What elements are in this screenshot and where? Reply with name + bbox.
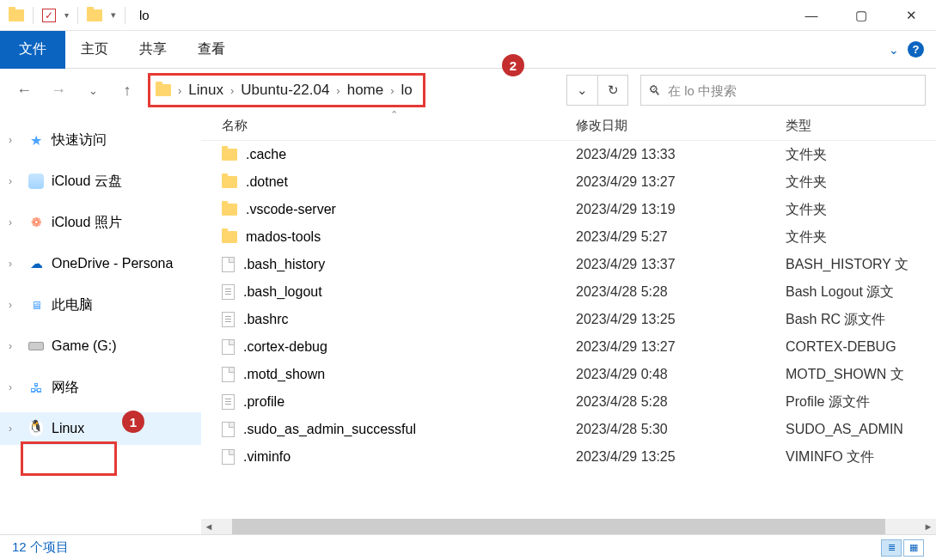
- tree-label: Linux: [52, 421, 84, 436]
- column-type[interactable]: 类型: [786, 118, 936, 134]
- item-count: 12 个项目: [12, 539, 69, 556]
- expand-icon[interactable]: ›: [9, 381, 21, 393]
- file-folder-icon: [222, 149, 237, 161]
- file-folder-icon: [222, 204, 237, 216]
- search-input[interactable]: [668, 83, 918, 98]
- tree-network[interactable]: › 🖧 网络: [0, 371, 201, 404]
- file-row[interactable]: .dotnet2023/4/29 13:27文件夹: [201, 168, 936, 196]
- close-button[interactable]: ✕: [886, 0, 936, 31]
- file-row[interactable]: .sudo_as_admin_successful2023/4/28 5:30S…: [201, 416, 936, 443]
- expand-icon[interactable]: ›: [9, 258, 21, 270]
- back-button[interactable]: ←: [10, 76, 38, 105]
- expand-icon[interactable]: ›: [9, 340, 21, 352]
- breadcrumb-folder-icon[interactable]: [156, 84, 171, 96]
- expand-icon[interactable]: ›: [9, 216, 21, 228]
- breadcrumb-item[interactable]: home: [342, 82, 389, 99]
- expand-icon[interactable]: ›: [9, 423, 21, 435]
- expand-icon[interactable]: ›: [9, 299, 21, 311]
- file-txt-icon: [222, 394, 235, 410]
- ribbon-file-tab[interactable]: 文件: [0, 31, 65, 69]
- file-date: 2023/4/28 5:28: [576, 394, 786, 410]
- tree-label: 快速访问: [52, 131, 107, 149]
- recent-dropdown[interactable]: ⌄: [79, 76, 107, 105]
- file-row[interactable]: .bash_logout2023/4/28 5:28Bash Logout 源文: [201, 278, 936, 306]
- file-date: 2023/4/29 5:27: [576, 229, 786, 245]
- divider: [77, 7, 78, 24]
- ribbon-home-tab[interactable]: 主页: [65, 31, 124, 69]
- quick-access-icon: ★: [28, 132, 45, 148]
- breadcrumb-item[interactable]: Ubuntu-22.04: [236, 82, 334, 99]
- breadcrumb-sep-icon[interactable]: ›: [229, 84, 236, 97]
- file-row[interactable]: .bash_history2023/4/29 13:37BASH_HISTORY…: [201, 251, 936, 278]
- breadcrumb-sep-icon[interactable]: ›: [176, 84, 183, 97]
- app-folder-icon: [9, 9, 24, 21]
- file-file-icon: [222, 339, 235, 355]
- tree-this-pc[interactable]: › 🖥 此电脑: [0, 289, 201, 321]
- icloud-drive-icon: [28, 173, 44, 189]
- breadcrumb-sep-icon[interactable]: ›: [334, 84, 341, 97]
- qat-properties-icon[interactable]: ✓: [42, 9, 56, 22]
- ribbon: 文件 主页 共享 查看 ⌄ ?: [0, 31, 936, 69]
- annotation-badge-2: 2: [502, 54, 524, 76]
- file-row[interactable]: .viminfo2023/4/29 13:25VIMINFO 文件: [201, 443, 936, 471]
- file-row[interactable]: .cortex-debug2023/4/29 13:27CORTEX-DEBUG: [201, 333, 936, 361]
- file-type: 文件夹: [786, 201, 936, 219]
- file-date: 2023/4/29 13:25: [576, 449, 786, 465]
- tree-onedrive[interactable]: › ☁ OneDrive - Persona: [0, 247, 201, 280]
- tree-game-drive[interactable]: › Game (G:): [0, 330, 201, 362]
- forward-button[interactable]: →: [45, 76, 72, 105]
- file-row[interactable]: .cache2023/4/29 13:33文件夹: [201, 141, 936, 168]
- file-row[interactable]: .motd_shown2023/4/29 0:48MOTD_SHOWN 文: [201, 361, 936, 388]
- address-dropdown[interactable]: ⌄: [566, 75, 597, 106]
- scroll-thumb[interactable]: [232, 519, 885, 534]
- tree-label: 网络: [52, 379, 79, 397]
- scroll-right-icon[interactable]: ►: [921, 519, 936, 534]
- ribbon-share-tab[interactable]: 共享: [124, 31, 182, 69]
- linux-icon: [28, 421, 45, 436]
- navbar: ← → ⌄ ↑ › Linux › Ubuntu-22.04 › home › …: [0, 69, 936, 112]
- file-row[interactable]: mados-tools2023/4/29 5:27文件夹: [201, 223, 936, 251]
- minimize-button[interactable]: —: [786, 0, 836, 31]
- horizontal-scrollbar[interactable]: ◄ ►: [201, 519, 936, 534]
- file-row[interactable]: .vscode-server2023/4/29 13:19文件夹: [201, 196, 936, 223]
- qat-overflow-icon[interactable]: ▾: [111, 9, 116, 21]
- titlebar: ✓ ▾ ▾ lo — ▢ ✕: [0, 0, 936, 31]
- tree-icloud-photos[interactable]: › ❁ iCloud 照片: [0, 206, 201, 239]
- up-button[interactable]: ↑: [113, 76, 141, 105]
- file-file-icon: [222, 422, 235, 437]
- maximize-button[interactable]: ▢: [836, 0, 886, 31]
- file-name: .bash_history: [243, 257, 325, 272]
- file-row[interactable]: .profile2023/4/28 5:28Profile 源文件: [201, 388, 936, 416]
- search-box[interactable]: 🔍︎: [640, 75, 926, 106]
- file-date: 2023/4/29 13:25: [576, 312, 786, 327]
- ribbon-expand-icon[interactable]: ⌄: [889, 43, 899, 57]
- view-thumbnails-button[interactable]: ▦: [903, 539, 924, 557]
- tree-icloud-drive[interactable]: › iCloud 云盘: [0, 165, 201, 198]
- qat-dropdown-icon[interactable]: ▾: [64, 10, 69, 20]
- disk-icon: [28, 342, 44, 350]
- expand-icon[interactable]: ›: [9, 175, 21, 187]
- scroll-left-icon[interactable]: ◄: [201, 519, 217, 534]
- ribbon-view-tab[interactable]: 查看: [182, 31, 241, 69]
- breadcrumb-sep-icon[interactable]: ›: [388, 84, 395, 97]
- tree-quick-access[interactable]: › ★ 快速访问: [0, 124, 201, 156]
- breadcrumb-item[interactable]: lo: [396, 82, 418, 99]
- column-name[interactable]: 名称: [201, 118, 576, 134]
- qat-folder-icon[interactable]: [87, 9, 102, 21]
- sort-asc-icon: ⌃: [390, 109, 398, 120]
- file-file-icon: [222, 449, 235, 465]
- refresh-button[interactable]: ↻: [597, 75, 628, 106]
- statusbar: 12 个项目 ≣ ▦: [0, 534, 936, 560]
- file-row[interactable]: .bashrc2023/4/29 13:25Bash RC 源文件: [201, 306, 936, 333]
- divider: [125, 7, 125, 24]
- help-icon[interactable]: ?: [908, 41, 924, 58]
- file-date: 2023/4/29 13:33: [576, 147, 786, 162]
- file-txt-icon: [222, 284, 235, 300]
- view-details-button[interactable]: ≣: [881, 539, 902, 557]
- tree-linux[interactable]: › Linux: [0, 412, 201, 445]
- file-name: .motd_shown: [243, 367, 325, 382]
- expand-icon[interactable]: ›: [9, 134, 21, 146]
- breadcrumb-item[interactable]: Linux: [183, 82, 229, 99]
- file-name: .viminfo: [243, 449, 291, 465]
- column-modified[interactable]: 修改日期: [576, 118, 786, 134]
